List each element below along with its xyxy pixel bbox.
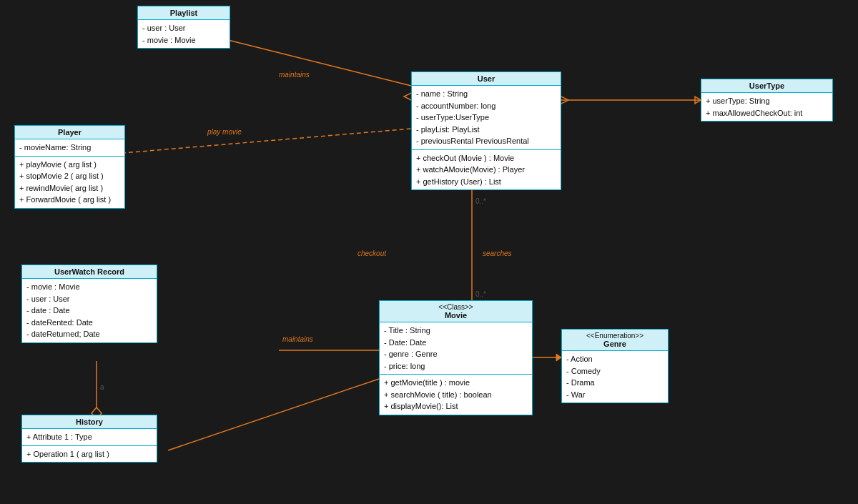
svg-marker-19 — [556, 354, 561, 361]
usertype-attrs: + userType: String + maxAllowedCheckOut:… — [701, 93, 832, 121]
history-title: History — [22, 415, 157, 429]
genre-title: <<Enumeration>> Genre — [562, 330, 668, 351]
history-methods: + Operation 1 ( arg list ) — [22, 446, 157, 463]
svg-text:checkout: checkout — [358, 249, 387, 257]
playlist-box: Playlist - user : User - movie : Movie — [137, 6, 230, 49]
playlist-title: Playlist — [138, 6, 230, 20]
history-attrs: + Attribute 1 : Type — [22, 429, 157, 446]
user-title: User — [412, 72, 561, 86]
svg-text:a: a — [100, 383, 104, 391]
svg-text:0..*: 0..* — [475, 290, 486, 298]
player-box: Player - movieName: String + playMovie (… — [14, 125, 125, 209]
movie-attrs: - Title : String - Date: Date - genre : … — [380, 322, 532, 375]
svg-text:0..*: 0..* — [475, 197, 486, 205]
svg-text:maintains: maintains — [282, 335, 313, 343]
player-methods: + playMovie ( arg list ) + stopMovie 2 (… — [15, 157, 124, 208]
uwrecord-attrs: - movie : Movie - user : User - date : D… — [22, 279, 157, 342]
genre-box: <<Enumeration>> Genre - Action - Comedy … — [561, 329, 669, 403]
genre-attrs: - Action - Comedy - Drama - War — [562, 351, 668, 402]
uwrecord-box: UserWatch Record - movie : Movie - user … — [21, 265, 157, 343]
user-methods: + checkOut (Movie ) : Movie + watchAMovi… — [412, 150, 561, 190]
usertype-title: UserType — [701, 79, 832, 93]
playlist-attrs: - user : User - movie : Movie — [138, 20, 230, 48]
player-attrs: - movieName: String — [15, 139, 124, 157]
movie-title: <<Class>> Movie — [380, 301, 532, 322]
svg-text:maintains: maintains — [279, 71, 310, 79]
svg-text:play movie: play movie — [207, 128, 242, 136]
movie-box: <<Class>> Movie - Title : String - Date:… — [379, 300, 533, 415]
genre-stereotype: <<Enumeration>> — [566, 332, 664, 340]
svg-line-17 — [168, 379, 379, 450]
movie-stereotype: <<Class>> — [384, 303, 528, 311]
uml-diagram: maintains checkout searches 0..* 0..* pl… — [0, 0, 858, 504]
usertype-box: UserType + userType: String + maxAllowed… — [701, 79, 833, 122]
uwrecord-title: UserWatch Record — [22, 265, 157, 279]
movie-methods: + getMovie(title ) : movie + searchMovie… — [380, 375, 532, 415]
svg-marker-4 — [695, 97, 701, 104]
svg-line-10 — [114, 129, 411, 154]
player-title: Player — [15, 126, 124, 139]
user-attrs: - name : String - accountNumber: long - … — [412, 86, 561, 150]
history-box: History + Attribute 1 : Type + Operation… — [21, 415, 157, 463]
user-box: User - name : String - accountNumber: lo… — [411, 71, 561, 190]
svg-line-0 — [225, 39, 411, 86]
svg-text:searches: searches — [483, 249, 512, 257]
